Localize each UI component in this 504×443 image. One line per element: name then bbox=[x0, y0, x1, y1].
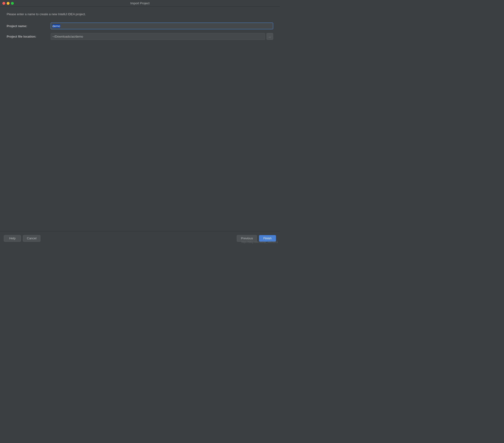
description-text: Please enter a name to create a new Inte… bbox=[7, 12, 273, 16]
cancel-button[interactable]: Cancel bbox=[23, 235, 40, 242]
help-button[interactable]: Help bbox=[4, 235, 21, 242]
bottom-bar: Help Cancel Previous Finish bbox=[0, 231, 280, 245]
window-title: Import Project bbox=[130, 1, 150, 5]
title-bar: Import Project bbox=[0, 0, 280, 7]
close-button[interactable] bbox=[2, 2, 5, 5]
project-file-location-input-container: ... bbox=[51, 33, 273, 40]
project-name-label: Project name: bbox=[7, 24, 51, 28]
minimize-button[interactable] bbox=[7, 2, 10, 5]
project-name-row: Project name: bbox=[7, 23, 273, 29]
maximize-button[interactable] bbox=[11, 2, 14, 5]
main-content: Please enter a name to create a new Inte… bbox=[0, 7, 280, 231]
window-controls bbox=[2, 2, 14, 5]
browse-button[interactable]: ... bbox=[267, 33, 273, 40]
project-file-location-row: Project file location: ... bbox=[7, 33, 273, 40]
project-file-location-input[interactable] bbox=[51, 33, 265, 40]
project-file-location-label: Project file location: bbox=[7, 35, 51, 38]
project-name-input-container bbox=[51, 23, 273, 29]
bottom-left-buttons: Help Cancel bbox=[4, 235, 40, 242]
watermark: https://blog.csdn.net/qq_34829911 bbox=[242, 241, 278, 243]
project-name-input[interactable] bbox=[51, 23, 273, 29]
